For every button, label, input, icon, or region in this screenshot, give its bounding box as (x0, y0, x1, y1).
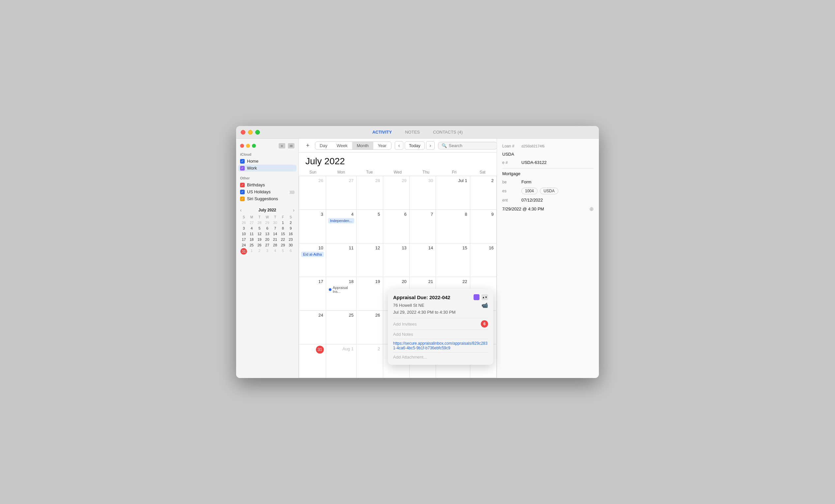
mini-day[interactable]: 5 (279, 248, 287, 255)
cal-cell[interactable]: 12 (357, 243, 383, 277)
mini-day[interactable]: 9 (287, 226, 294, 231)
cal-cell[interactable]: 6 (383, 210, 410, 243)
cal-cell[interactable]: 26 (357, 311, 383, 344)
mini-day[interactable]: 27 (264, 242, 271, 248)
cal-cell[interactable]: 2 (357, 344, 383, 378)
cal-cell[interactable]: 5 (357, 210, 383, 243)
mini-day[interactable]: 28 (256, 220, 263, 225)
mini-day[interactable]: 22 (279, 237, 287, 242)
view-month-button[interactable]: Month (352, 142, 373, 149)
mini-day[interactable]: 21 (271, 237, 279, 242)
cal-cell[interactable]: Aug 1 (326, 344, 357, 378)
mini-day[interactable]: 2 (287, 220, 294, 225)
mini-cal-next[interactable]: › (293, 207, 294, 213)
birthdays-checkbox[interactable]: ✓ (240, 183, 245, 187)
cal-cell[interactable]: 4Independen... (326, 210, 357, 243)
cal-cell[interactable]: 29 (383, 176, 410, 210)
home-checkbox[interactable]: ✓ (240, 159, 245, 164)
mini-day[interactable]: 2 (256, 248, 263, 255)
tab-notes[interactable]: NOTES (405, 129, 420, 135)
mini-day[interactable]: 10 (240, 231, 248, 237)
search-input[interactable] (449, 143, 495, 148)
tab-activity[interactable]: ACTIVITY (372, 129, 392, 135)
mini-day[interactable]: 4 (271, 248, 279, 255)
mini-day[interactable]: 19 (256, 237, 263, 242)
siri-checkbox[interactable]: ✓ (240, 197, 245, 201)
mini-day[interactable]: 23 (287, 237, 294, 242)
cal-prev-button[interactable]: ‹ (395, 141, 403, 150)
event-independence-day[interactable]: Independen... (328, 218, 354, 223)
tab-contacts[interactable]: CONTACTS (4) (433, 129, 463, 135)
view-day-button[interactable]: Day (315, 142, 332, 149)
cal-cell[interactable]: 10Eid al-Adha (299, 243, 326, 277)
minimize-button[interactable] (248, 130, 252, 135)
sidebar-maximize[interactable] (252, 144, 256, 148)
mini-day[interactable]: 29 (279, 242, 287, 248)
mini-day[interactable]: 24 (240, 242, 248, 248)
mini-day[interactable]: 3 (240, 226, 248, 231)
calendar-us-holidays[interactable]: ✓ US Holidays )))) (236, 188, 299, 195)
cal-cell[interactable]: 19 (357, 277, 383, 311)
view-year-button[interactable]: Year (373, 142, 391, 149)
cal-cell[interactable]: 7 (410, 210, 436, 243)
cal-cell[interactable]: 30 (410, 176, 436, 210)
cal-cell[interactable]: 18Appraisal Ins... (326, 277, 357, 311)
sidebar-mail-icon[interactable]: ✉ (288, 143, 294, 148)
mini-day[interactable]: 18 (248, 237, 256, 242)
popup-notes-field[interactable]: Add Notes (393, 329, 488, 339)
mini-day[interactable]: 3 (264, 248, 271, 255)
mini-day[interactable]: 14 (271, 231, 279, 237)
mini-day[interactable]: 4 (248, 226, 256, 231)
cal-cell[interactable]: 14 (410, 243, 436, 277)
cal-cell-jul31[interactable]: 31 (299, 344, 326, 378)
mini-day[interactable]: 1 (248, 248, 256, 255)
mini-day[interactable]: 30 (271, 220, 279, 225)
mini-day[interactable]: 30 (287, 242, 294, 248)
today-button[interactable]: Today (405, 141, 425, 150)
mini-day[interactable]: 13 (264, 231, 271, 237)
mini-day[interactable]: 28 (271, 242, 279, 248)
mini-day[interactable]: 25 (248, 242, 256, 248)
mini-day[interactable]: 6 (264, 226, 271, 231)
cal-cell[interactable]: 3 (299, 210, 326, 243)
event-eid-al-adha[interactable]: Eid al-Adha (301, 252, 324, 257)
cal-cell[interactable]: 15 (436, 243, 470, 277)
holidays-checkbox[interactable]: ✓ (240, 190, 245, 194)
work-checkbox[interactable]: ✓ (240, 166, 245, 170)
mini-day[interactable]: 15 (279, 231, 287, 237)
mini-day[interactable]: 1 (279, 220, 287, 225)
video-icon[interactable]: 📹 (482, 302, 488, 308)
maximize-button[interactable] (255, 130, 260, 135)
mini-day[interactable]: 7 (271, 226, 279, 231)
event-appraisal-inspection[interactable]: Appraisal Ins... (328, 285, 354, 294)
calendar-work[interactable]: ✓ Work (238, 165, 297, 172)
sidebar-minimize[interactable] (246, 144, 250, 148)
mini-cal-prev[interactable]: ‹ (240, 207, 242, 213)
popup-color-button[interactable] (473, 294, 480, 300)
mini-day[interactable]: 17 (240, 237, 248, 242)
mini-day[interactable]: 16 (287, 231, 294, 237)
mini-day[interactable]: 8 (279, 226, 287, 231)
mini-day[interactable]: 5 (256, 226, 263, 231)
mini-day[interactable]: 20 (264, 237, 271, 242)
cal-cell[interactable]: 24 (299, 311, 326, 344)
popup-stepper-button[interactable]: ▲▼ (482, 294, 488, 300)
popup-attachment-field[interactable]: Add Attachment... (393, 352, 488, 360)
calendar-home[interactable]: ✓ Home (236, 158, 299, 165)
calendar-siri[interactable]: ✓ Siri Suggestions (236, 195, 299, 202)
cal-cell[interactable]: 16 (470, 243, 497, 277)
mini-day[interactable]: 26 (240, 220, 248, 225)
mini-day[interactable]: 11 (248, 231, 256, 237)
sidebar-list-icon[interactable]: ≡ (279, 143, 285, 148)
mini-day[interactable]: 29 (264, 220, 271, 225)
cal-cell[interactable]: 9 (470, 210, 497, 243)
mini-day-today[interactable]: 31 (240, 248, 247, 255)
cal-cell[interactable]: 13 (383, 243, 410, 277)
cal-cell[interactable]: 11 (326, 243, 357, 277)
calendar-birthdays[interactable]: ✓ Birthdays (236, 181, 299, 188)
cal-cell[interactable]: 27 (326, 176, 357, 210)
add-event-button[interactable]: + (304, 141, 312, 150)
cal-cell[interactable]: Jul 1 (436, 176, 470, 210)
mini-day[interactable]: 26 (256, 242, 263, 248)
add-due-icon[interactable]: ⊕ (589, 206, 594, 212)
